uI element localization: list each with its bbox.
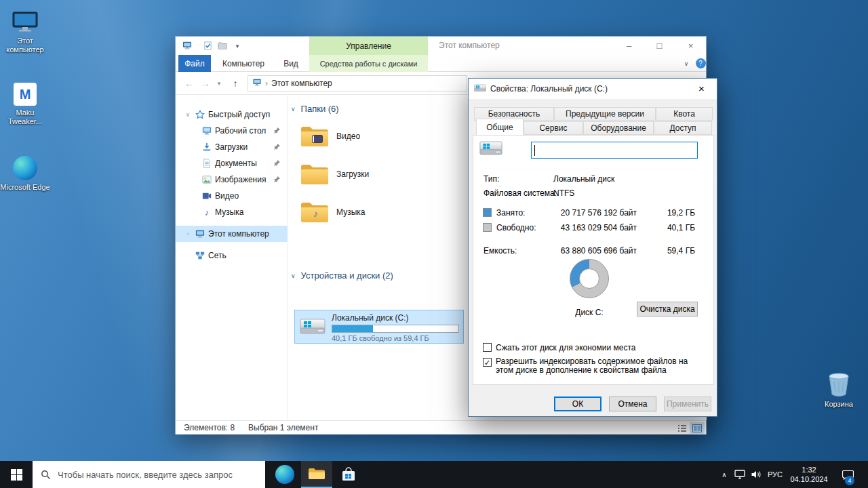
explorer-icon: [308, 467, 326, 481]
details-view-button[interactable]: [675, 422, 690, 434]
desktop-folder-icon: [201, 126, 212, 136]
edge-icon: [0, 155, 50, 180]
up-icon: ↑: [233, 78, 238, 89]
sidebar-item-label: Документы: [215, 159, 257, 168]
tray-expand-button[interactable]: ∧: [717, 461, 731, 488]
tab-quota[interactable]: Квота: [656, 107, 713, 121]
taskbar-edge-button[interactable]: [269, 461, 301, 488]
button-label: Отмена: [618, 399, 647, 409]
free-label: Свободно:: [496, 222, 536, 233]
explorer-titlebar: ▾ Управление Этот компьютер – □ ×: [176, 37, 706, 55]
button-label: Очистка диска: [639, 304, 694, 314]
quick-access-star-icon: [195, 110, 205, 119]
breadcrumb[interactable]: Этот компьютер: [271, 79, 332, 88]
tab-sharing[interactable]: Доступ: [654, 121, 712, 135]
help-button[interactable]: ?: [694, 55, 707, 72]
used-size: 19,2 ГБ: [642, 207, 695, 218]
sidebar-item-downloads[interactable]: Загрузки: [176, 139, 288, 155]
sidebar-item-label: Видео: [215, 191, 239, 201]
folder-tile-downloads[interactable]: Загрузки: [294, 157, 457, 192]
status-bar: Элементов: 8 Выбран 1 элемент: [176, 420, 706, 434]
music-note-icon: ♪: [313, 208, 318, 219]
minimize-button[interactable]: –: [614, 37, 644, 55]
check-icon: ✓: [484, 359, 490, 367]
ok-button[interactable]: ОК: [554, 396, 601, 411]
used-label: Занято:: [496, 207, 525, 218]
forward-button[interactable]: →: [197, 72, 214, 95]
maximize-button[interactable]: □: [644, 37, 675, 55]
taskbar-search-box[interactable]: Чтобы начать поиск, введите здесь запрос: [33, 461, 265, 488]
type-label: Тип:: [484, 174, 499, 184]
desktop-icon-this-pc[interactable]: Этот компьютер: [0, 8, 50, 54]
back-icon: ←: [184, 78, 194, 89]
tray-volume-button[interactable]: [749, 461, 764, 488]
sidebar-item-documents[interactable]: Документы: [176, 155, 288, 171]
documents-icon: [201, 159, 212, 168]
clock-date: 04.10.2024: [790, 474, 827, 484]
desktop-icon-microsoft-edge[interactable]: Microsoft Edge: [0, 155, 50, 192]
volume-label-input[interactable]: [531, 142, 698, 159]
sidebar-item-network[interactable]: Сеть: [176, 247, 288, 264]
filesystem-label: Файловая система:: [484, 188, 557, 199]
tab-previous-versions[interactable]: Предыдущие версии: [554, 107, 656, 121]
cancel-button[interactable]: Отмена: [609, 396, 656, 411]
sidebar-item-this-pc[interactable]: › Этот компьютер: [176, 226, 288, 242]
filesystem-value: NTFS: [553, 188, 574, 199]
large-icons-view-button[interactable]: [690, 422, 705, 434]
drive-tile-local-disk-c[interactable]: Локальный диск (C:) 40,1 ГБ свободно из …: [294, 310, 464, 344]
ribbon-collapse-button[interactable]: ∨: [679, 55, 694, 72]
sidebar-item-pictures[interactable]: Изображения: [176, 171, 288, 188]
start-button[interactable]: [0, 461, 33, 488]
index-checkbox[interactable]: ✓: [483, 358, 492, 367]
taskbar-store-button[interactable]: [332, 461, 365, 488]
tab-file[interactable]: Файл: [178, 55, 211, 72]
recent-locations-dropdown[interactable]: ▾: [214, 72, 224, 95]
tray-language-button[interactable]: РУС: [765, 461, 785, 488]
tray-display-button[interactable]: [732, 461, 747, 488]
action-center-button[interactable]: 4: [835, 461, 860, 488]
forward-icon: →: [201, 78, 210, 89]
group-header-label: Устройства и диски (2): [301, 270, 393, 281]
sidebar-item-label: Музыка: [215, 207, 243, 217]
used-space-legend-swatch: [483, 208, 492, 217]
desktop-icon-recycle-bin[interactable]: Корзина: [814, 371, 864, 409]
back-button[interactable]: ←: [181, 72, 197, 95]
qat-new-folder-button[interactable]: [216, 40, 229, 52]
tab-general[interactable]: Общие: [476, 119, 524, 135]
tab-tools[interactable]: Сервис: [524, 121, 583, 135]
pin-icon: [273, 143, 281, 152]
desktop-icon-maku-tweaker[interactable]: M Maku Tweaker...: [0, 80, 50, 126]
address-bar[interactable]: › Этот компьютер: [248, 75, 467, 92]
free-size: 40,1 ГБ: [642, 222, 695, 233]
dialog-close-button[interactable]: ×: [686, 79, 717, 99]
group-header-folders[interactable]: ∨ Папки (6): [291, 104, 339, 114]
tab-computer[interactable]: Компьютер: [214, 55, 273, 72]
disk-cleanup-button[interactable]: Очистка диска: [637, 302, 698, 317]
group-header-devices[interactable]: ∨ Устройства и диски (2): [291, 270, 393, 281]
chevron-down-icon: ∨: [684, 60, 689, 67]
close-button[interactable]: ×: [675, 37, 706, 55]
donut-hole: [579, 268, 599, 289]
display-icon: [734, 470, 745, 479]
qat-customize-dropdown[interactable]: ▾: [231, 40, 243, 52]
tray-clock[interactable]: 1:32 04.10.2024: [785, 461, 833, 488]
folder-label: Загрузки: [336, 157, 369, 192]
sidebar-item-music[interactable]: ♪ Музыка: [176, 204, 288, 220]
folder-tile-music[interactable]: ♪ Музыка: [294, 195, 457, 230]
qat-properties-button[interactable]: [201, 40, 214, 52]
disk-donut: [570, 259, 609, 298]
tab-disk-tools[interactable]: Средства работы с дисками: [309, 55, 428, 72]
sidebar-item-desktop[interactable]: Рабочий стол: [176, 123, 288, 139]
tab-view[interactable]: Вид: [275, 55, 307, 72]
apply-button: Применить: [664, 396, 711, 411]
folder-tile-videos[interactable]: Видео: [294, 119, 457, 154]
close-icon: ×: [688, 41, 694, 51]
tab-label: Безопасность: [488, 109, 540, 119]
used-bytes: 20 717 576 192 байт: [550, 207, 637, 218]
sidebar-item-quick-access[interactable]: ∨ Быстрый доступ: [176, 106, 288, 123]
up-button[interactable]: ↑: [227, 72, 243, 95]
tab-hardware[interactable]: Оборудование: [583, 121, 654, 135]
compress-checkbox[interactable]: [483, 343, 492, 352]
sidebar-item-videos[interactable]: Видео: [176, 188, 288, 204]
taskbar-explorer-button[interactable]: [301, 461, 332, 488]
